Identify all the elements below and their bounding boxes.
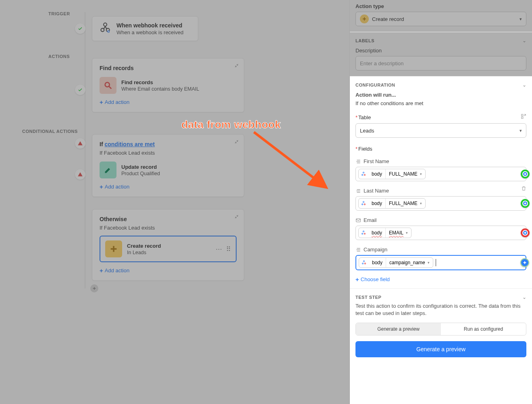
webhook-icon <box>359 201 368 206</box>
action-item-sub: Product Qualified <box>121 171 160 176</box>
action-item-sub: In Leads <box>127 250 161 255</box>
run-label: Action will run... <box>355 92 526 98</box>
fields-label: Fields <box>358 146 372 152</box>
test-step-header: TEST STEP <box>355 295 381 300</box>
text-cursor <box>436 259 436 266</box>
collapse-icon[interactable] <box>234 62 239 70</box>
description-input[interactable]: Enter a description <box>355 56 526 70</box>
action-item-title: Update record <box>121 164 160 170</box>
svg-rect-14 <box>522 117 523 118</box>
conditions-link[interactable]: conditions are met <box>104 141 154 147</box>
test-mode-toggle[interactable]: Generate a preview Run as configured <box>355 323 526 336</box>
collapse-icon[interactable] <box>234 213 239 221</box>
labels-header: LABELS <box>355 38 374 43</box>
add-action-link[interactable]: +Add action <box>100 183 237 190</box>
field-last-name-input[interactable]: body FULL_NAME▾ <box>355 196 526 211</box>
field-email-input[interactable]: body EMAIL▾ <box>355 226 526 240</box>
field-campaign-label: Campaign <box>364 247 387 253</box>
add-action-link[interactable]: +Add action <box>100 267 237 274</box>
svg-point-20 <box>363 172 364 173</box>
webhook-token[interactable]: body FULL_NAME▾ <box>358 198 426 209</box>
group-title: Find records <box>100 65 237 71</box>
chevron-down-icon[interactable]: ▾ <box>420 201 422 205</box>
group-title: Otherwise <box>100 216 237 222</box>
group-subtitle: If Facebook Lead exists <box>100 150 237 156</box>
status-warn-icon <box>75 138 85 149</box>
field-campaign-input[interactable]: body campaign_name▾ <box>355 255 526 270</box>
test-description: Test this action to confirm its configur… <box>355 302 526 317</box>
svg-point-4 <box>105 83 110 87</box>
plus-icon <box>360 15 369 23</box>
add-step-button[interactable] <box>90 284 98 292</box>
add-token-button[interactable] <box>521 228 530 237</box>
svg-point-35 <box>364 233 365 234</box>
svg-point-45 <box>364 261 365 262</box>
choose-field-button[interactable]: +Choose field <box>355 276 526 283</box>
action-item-title: Find records <box>121 79 199 85</box>
chevron-down-icon[interactable]: ⌄ <box>522 38 526 44</box>
add-token-button[interactable] <box>520 258 529 267</box>
search-icon <box>100 77 116 94</box>
trigger-title: When webhook received <box>116 22 183 29</box>
webhook-icon <box>99 21 112 36</box>
add-action-link[interactable]: +Add action <box>100 99 237 106</box>
generate-preview-button[interactable]: Generate a preview <box>355 341 526 357</box>
section-conditional-label: CONDITIONAL ACTIONS <box>22 129 78 134</box>
action-type-select[interactable]: Create record ▾ <box>355 12 526 26</box>
description-label: Description <box>355 48 526 54</box>
add-token-button[interactable] <box>521 199 530 208</box>
run-value: If no other conditions are met <box>355 100 526 106</box>
svg-point-18 <box>362 174 363 176</box>
chevron-down-icon: ▾ <box>520 17 522 22</box>
conditional-group[interactable]: If conditions are met If Facebook Lead e… <box>92 134 244 197</box>
webhook-token[interactable]: body FULL_NAME▾ <box>358 169 426 179</box>
chevron-down-icon[interactable]: ⌄ <box>522 294 526 300</box>
create-record-item[interactable]: Create record In Leads ⋯ ⠿ <box>100 236 237 262</box>
action-item-sub: Where Email contains body EMAIL <box>121 86 199 92</box>
table-label: Table <box>358 114 371 120</box>
drag-handle-icon[interactable]: ⠿ <box>226 245 231 253</box>
action-type-label: Action type <box>355 3 526 9</box>
svg-point-29 <box>363 201 364 203</box>
webhook-token[interactable]: body campaign_name▾ <box>359 257 433 268</box>
seg-preview[interactable]: Generate a preview <box>356 323 441 335</box>
pencil-icon <box>100 162 116 178</box>
side-panel: Action type Create record ▾ LABELS ⌄ Des… <box>350 0 532 404</box>
status-warn-icon <box>75 169 85 180</box>
chevron-down-icon[interactable]: ⌄ <box>522 82 526 88</box>
seg-run[interactable]: Run as configured <box>441 323 526 335</box>
annotation-text: data from webhook <box>181 118 281 131</box>
table-select[interactable]: Leads ▾ <box>355 123 526 138</box>
field-first-name-input[interactable]: body FULL_NAME▾ <box>355 167 526 181</box>
field-last-name-label: Last Name <box>364 188 389 194</box>
webhook-icon <box>359 230 368 236</box>
delete-field-button[interactable] <box>521 186 526 192</box>
open-table-icon[interactable] <box>521 114 526 121</box>
chevron-down-icon[interactable]: ▾ <box>420 172 422 176</box>
svg-point-44 <box>364 263 366 264</box>
configuration-header: CONFIGURATION <box>355 83 395 87</box>
svg-rect-13 <box>522 114 523 116</box>
webhook-token[interactable]: body EMAIL▾ <box>358 228 411 238</box>
svg-point-36 <box>363 231 364 232</box>
status-ok-icon <box>75 23 85 34</box>
svg-point-2 <box>104 23 107 26</box>
chevron-down-icon[interactable]: ▾ <box>406 231 408 235</box>
section-actions-label: ACTIONS <box>48 54 70 59</box>
webhook-icon <box>359 171 368 177</box>
more-icon[interactable]: ⋯ <box>216 245 222 253</box>
trigger-card[interactable]: When webhook received When a webhook is … <box>92 16 198 41</box>
chevron-down-icon: ▾ <box>520 128 522 133</box>
find-records-group[interactable]: Find records Find records Where Email co… <box>92 58 244 112</box>
svg-point-19 <box>364 174 365 176</box>
svg-point-43 <box>362 263 364 264</box>
collapse-icon[interactable] <box>234 139 239 146</box>
otherwise-group[interactable]: Otherwise If Facebook Lead exists Create… <box>92 209 244 281</box>
svg-point-28 <box>364 204 365 205</box>
svg-point-27 <box>362 204 363 205</box>
plus-icon <box>105 240 122 257</box>
chevron-down-icon[interactable]: ▾ <box>428 261 430 265</box>
webhook-icon <box>359 260 369 265</box>
field-first-name-label: First Name <box>364 158 389 164</box>
add-token-button[interactable] <box>521 170 530 178</box>
